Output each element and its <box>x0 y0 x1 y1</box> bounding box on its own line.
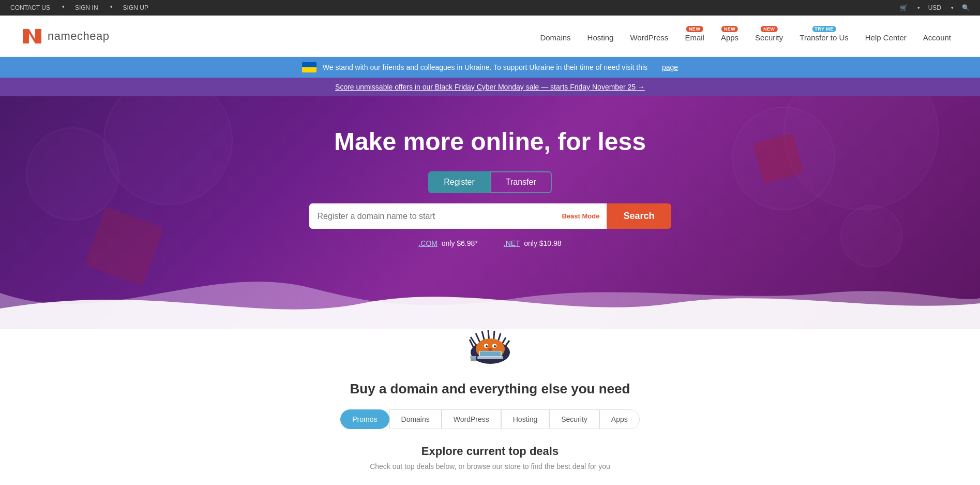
nav-label-wordpress[interactable]: WordPress <box>630 30 668 42</box>
email-badge: NEW <box>686 26 703 32</box>
circle-1 <box>783 96 939 210</box>
filter-tab-hosting[interactable]: Hosting <box>501 409 549 429</box>
circle-4 <box>103 96 233 205</box>
nav-item-hosting[interactable]: Hosting <box>579 30 622 42</box>
dropdown-arrow-contact: ▾ <box>62 4 65 11</box>
below-hero-section: Buy a domain and everything else you nee… <box>0 329 980 481</box>
domain-search-input[interactable] <box>309 204 562 228</box>
net-price: .NET only $10.98 <box>504 239 562 247</box>
svg-point-4 <box>486 345 488 347</box>
apps-badge: NEW <box>721 26 738 32</box>
ukraine-page-link[interactable]: page <box>662 63 678 71</box>
svg-rect-10 <box>471 357 476 361</box>
beast-mode-label[interactable]: Beast Mode <box>562 212 607 220</box>
circle-5 <box>840 205 902 267</box>
svg-point-5 <box>494 345 496 347</box>
filter-tab-domains[interactable]: Domains <box>389 409 442 429</box>
shape-2 <box>753 133 804 184</box>
nav-label-hosting[interactable]: Hosting <box>587 30 614 42</box>
explore-subtitle: Check out top deals below, or browse our… <box>370 462 610 471</box>
com-price: .COM only $6.98* <box>418 239 477 247</box>
top-bar-right: 🛒 ▾ USD ▾ 🔍 <box>900 4 970 11</box>
security-badge: NEW <box>761 26 778 32</box>
filter-tab-security[interactable]: Security <box>549 409 599 429</box>
svg-rect-11 <box>470 356 476 358</box>
register-tab[interactable]: Register <box>428 171 490 193</box>
dropdown-arrow-signin: ▾ <box>110 4 113 11</box>
filter-tab-promos[interactable]: Promos <box>340 409 389 429</box>
main-nav: namecheap Domains Hosting WordPress NEW … <box>0 16 980 57</box>
top-bar-left: CONTACT US ▾ SIGN IN ▾ SIGN UP <box>10 4 148 11</box>
search-input-wrap: Beast Mode <box>309 203 607 229</box>
currency-dropdown-arrow[interactable]: ▾ <box>951 5 954 10</box>
nav-item-apps[interactable]: NEW Apps <box>713 30 747 42</box>
domain-prices: .COM only $6.98* .NET only $10.98 <box>418 239 561 247</box>
mascot-area <box>459 319 521 365</box>
ukraine-banner: We stand with our friends and colleagues… <box>0 57 980 78</box>
search-button[interactable]: Search <box>607 203 671 229</box>
ukraine-flag <box>302 62 316 72</box>
net-link[interactable]: .NET <box>504 239 520 247</box>
cart-dropdown-arrow[interactable]: ▾ <box>917 5 920 10</box>
hero-tabs: Register Transfer <box>428 171 552 193</box>
mascot-hedgehog <box>459 319 521 365</box>
flag-blue <box>302 62 316 67</box>
nav-item-security[interactable]: NEW Security <box>747 30 791 42</box>
search-bar: Beast Mode Search <box>309 203 671 229</box>
filter-tabs: Promos Domains WordPress Hosting Securit… <box>340 409 639 429</box>
filter-tab-wordpress[interactable]: WordPress <box>442 409 501 429</box>
circle-3 <box>26 127 119 221</box>
svg-point-6 <box>488 348 492 351</box>
nav-item-account[interactable]: Account <box>915 30 959 42</box>
bf-banner-link[interactable]: Score unmissable offers in our Black Fri… <box>335 83 645 91</box>
nav-item-help[interactable]: Help Center <box>857 30 915 42</box>
logo-text: namecheap <box>48 30 109 43</box>
hero-section: Make more online, for less Register Tran… <box>0 96 980 329</box>
nav-label-domains[interactable]: Domains <box>540 30 570 42</box>
nav-item-wordpress[interactable]: WordPress <box>622 30 676 42</box>
com-link[interactable]: .COM <box>418 239 438 247</box>
circle-2 <box>732 107 835 210</box>
cart-icon[interactable]: 🛒 <box>900 4 908 11</box>
contact-us-link[interactable]: CONTACT US <box>10 4 50 11</box>
top-bar: CONTACT US ▾ SIGN IN ▾ SIGN UP 🛒 ▾ USD ▾… <box>0 0 980 16</box>
nav-items: Domains Hosting WordPress NEW Email NEW … <box>532 30 959 42</box>
nav-label-help[interactable]: Help Center <box>865 30 907 42</box>
currency-selector[interactable]: USD <box>928 4 941 11</box>
transfer-tab[interactable]: Transfer <box>490 171 552 193</box>
flag-yellow <box>302 67 316 72</box>
nav-item-transfer[interactable]: TRY ME Transfer to Us <box>791 30 856 42</box>
hero-title: Make more online, for less <box>334 127 646 156</box>
below-hero-subtitle: Buy a domain and everything else you nee… <box>350 381 630 397</box>
sign-in-link[interactable]: SIGN IN <box>75 4 98 11</box>
nav-item-email[interactable]: NEW Email <box>676 30 713 42</box>
transfer-badge: TRY ME <box>812 26 836 32</box>
filter-tab-apps[interactable]: Apps <box>599 409 640 429</box>
svg-rect-9 <box>480 351 501 356</box>
ukraine-text: We stand with our friends and colleagues… <box>323 63 647 71</box>
logo[interactable]: namecheap <box>21 27 109 46</box>
nav-label-account[interactable]: Account <box>923 30 951 42</box>
explore-title: Explore current top deals <box>421 445 559 458</box>
nav-item-domains[interactable]: Domains <box>532 30 579 42</box>
bf-banner[interactable]: Score unmissable offers in our Black Fri… <box>0 78 980 96</box>
search-icon[interactable]: 🔍 <box>962 4 970 11</box>
sign-up-link[interactable]: SIGN UP <box>123 4 148 11</box>
